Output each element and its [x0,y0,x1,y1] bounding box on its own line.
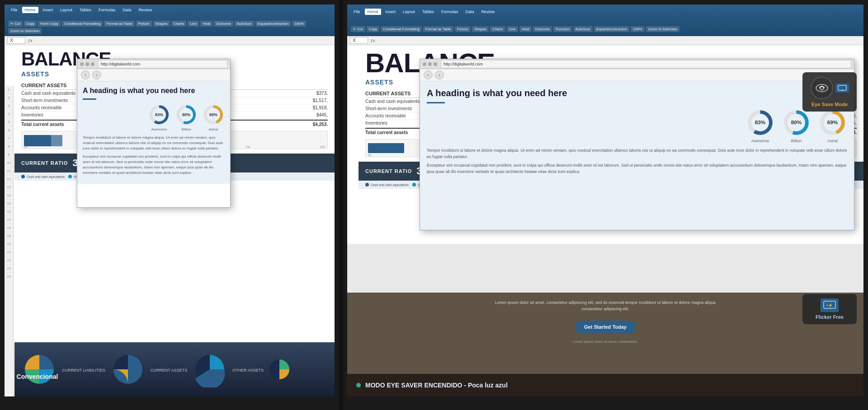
svg-text:83%: 83% [155,112,163,117]
ribbon-tab-file[interactable]: File [8,7,20,13]
cell-ref-box[interactable]: X [7,37,25,44]
right-donut-3: 69% Astral [818,108,847,143]
right-lorem-small: Lorem ipsum dolor sit amet, consectetur. [356,339,854,345]
left-browser-window: http://digitalworld.com ‹ › A heading is… [77,59,231,208]
right-url-bar[interactable]: http://digitalworld.com [441,60,851,68]
left-monitor: File Home Insert Layout Tables Formulas … [0,0,339,410]
right-monitor: File Home Insert Layout Tables Formulas … [343,0,868,410]
ribbon-tab-insert[interactable]: Insert [40,7,56,13]
right-webpage-heading: A heading is what you need here [427,88,847,98]
right-maximize-dot [434,62,437,66]
ribbon-tab-review[interactable]: Review [136,7,155,13]
ribbon-btn-line[interactable]: Line [188,21,199,27]
right-browser-titlebar: http://digitalworld.com [420,59,854,69]
right-ribbon-btn-100[interactable]: 100% [631,26,644,32]
ribbon-btn-picture[interactable]: Picture [136,21,152,27]
ribbon-btn-shapes[interactable]: Shapes [153,21,170,27]
right-browser-window: http://digitalworld.com ‹ › A heading is… [420,59,854,230]
right-ribbon-tab-data[interactable]: Data [463,9,477,15]
right-formula-input[interactable] [378,38,861,43]
right-ribbon-btn-format[interactable]: Format as Table [423,26,453,32]
ribbon-tab-data[interactable]: Data [120,7,134,13]
ribbon-btn-heat[interactable]: Heat [200,21,212,27]
left-webpage-heading: A heading is what you need here [83,87,225,95]
monitor-separator [339,0,343,410]
flicker-free-button[interactable]: +⚡ Flicker Free [802,294,857,324]
right-browser-content: A heading is what you need here 83% [420,81,854,230]
left-url-bar[interactable]: http://digitalworld.com [98,60,227,68]
forward-arrow[interactable]: › [92,70,101,79]
ribbon-btn-conditional[interactable]: Conditional Formatting [62,21,103,27]
eye-saver-bar: MODO EYE SAVER ENCENDIDO - Poca luz azul [347,374,863,396]
ribbon-btn-zoom[interactable]: Zoom to Selection [8,28,42,34]
right-ribbon-btn-zoom[interactable]: Zoom to Selection [646,26,679,32]
right-forward-arrow[interactable]: › [435,70,444,79]
right-ribbon-btn-function[interactable]: Function [553,26,572,32]
ribbon-btn-autosum[interactable]: AutoSum [235,21,254,27]
left-pie-labels-3: OTHER ASSETS [232,367,264,373]
eye-save-button[interactable]: Eye Save Mode [802,72,857,112]
right-ribbon-tab-insert[interactable]: Insert [383,9,399,15]
left-browser-content: A heading is what you need here 83% [77,81,230,184]
right-ribbon-btn-expand[interactable]: Expand/contraction [594,26,630,32]
right-webpage-text1: Tempor incididunt ut labore et dolore ma… [427,148,847,160]
main-container: File Home Insert Layout Tables Formulas … [0,0,868,410]
right-ribbon-tab-home[interactable]: Home [365,9,381,15]
left-pie-labels: CURRENT LIABILITIES [62,367,105,373]
right-cell-ref[interactable]: X [350,37,368,44]
right-browser-nav: ‹ › [420,69,854,81]
right-ribbon-btn-line[interactable]: Line [507,26,518,32]
eye-saver-dot [356,383,361,387]
right-donut-1: 83% Awesome [745,108,775,143]
left-webpage-text1: Tempor incididunt ut labore et dolore ma… [83,135,225,151]
svg-text:80%: 80% [791,119,802,125]
right-ribbon-tab-layout[interactable]: Layout [400,9,418,15]
left-donut-3: 69% Astral [202,103,225,131]
right-ribbon-tab-tables[interactable]: Tables [420,9,437,15]
right-ribbon-btn-outcome[interactable]: Outcome [533,26,552,32]
right-ribbon-tab-review[interactable]: Review [479,9,498,15]
ribbon-tab-layout[interactable]: Layout [57,7,75,13]
maximize-dot [91,62,94,66]
left-pie-4 [268,351,291,387]
ribbon-btn-charts[interactable]: Charts [171,21,187,27]
left-browser-titlebar: http://digitalworld.com [77,59,230,69]
right-ribbon-btn-conditional[interactable]: Conditional Formatting [381,26,421,32]
right-ribbon-btn-shapes[interactable]: Shapes [472,26,489,32]
right-ribbon-btn-copy[interactable]: Copy [367,26,380,32]
right-ribbon-btn-heat[interactable]: Heat [519,26,532,32]
ribbon-btn-expand[interactable]: Expand/contraction [255,21,291,27]
ribbon-btn-cut[interactable]: ✂ Cut [8,21,23,27]
close-dot [80,62,84,66]
ribbon-btn-outcome[interactable]: Outcome [214,21,233,27]
left-pie-area: CURRENT LIABILITIES CURRENT ASSETS [14,342,335,396]
ribbon-tab-tables[interactable]: Tables [77,7,94,13]
right-donut-row: 83% Awesome 80% Billion [427,108,847,143]
right-ribbon-btn-autosum[interactable]: AutoSum [573,26,593,32]
right-ribbon-tab-file[interactable]: File [351,9,363,15]
back-arrow[interactable]: ‹ [81,70,90,79]
right-back-arrow[interactable]: ‹ [424,70,433,79]
flicker-free-label: Flicker Free [816,314,844,320]
right-ribbon-btn-charts[interactable]: Charts [490,26,505,32]
right-close-dot [423,62,426,66]
right-dark-lower: Lorem ipsum dolor sit amet, consectetur … [347,293,863,374]
right-formula-bar: X ƒx [347,36,863,45]
ribbon-tab-formulas[interactable]: Formulas [96,7,118,13]
formula-input[interactable] [35,38,332,43]
right-donut-2: 80% Billion [782,108,811,143]
right-ribbon-btn-picture[interactable]: Picture [455,26,471,32]
right-content: File Home Insert Layout Tables Formulas … [347,5,863,396]
right-get-started-btn[interactable]: Get Started Today [575,321,636,333]
minimize-dot [85,62,89,66]
ribbon-btn-copy[interactable]: Copy [24,21,37,27]
left-ribbon: File Home Insert Layout Tables Formulas … [5,5,335,36]
svg-text:83%: 83% [755,119,766,125]
ribbon-tab-home[interactable]: Home [22,7,38,13]
right-ribbon-btn-cut[interactable]: ✂ Cut [351,26,365,32]
ribbon-btn-format[interactable]: Format as Table [104,21,134,27]
ribbon-btn-form-copy[interactable]: Form Copy [38,21,61,27]
right-lorem-text: Lorem ipsum dolor sit amet, consectetur … [492,299,718,312]
right-ribbon-tab-formulas[interactable]: Formulas [439,9,461,15]
ribbon-btn-100[interactable]: 100% [292,21,306,27]
